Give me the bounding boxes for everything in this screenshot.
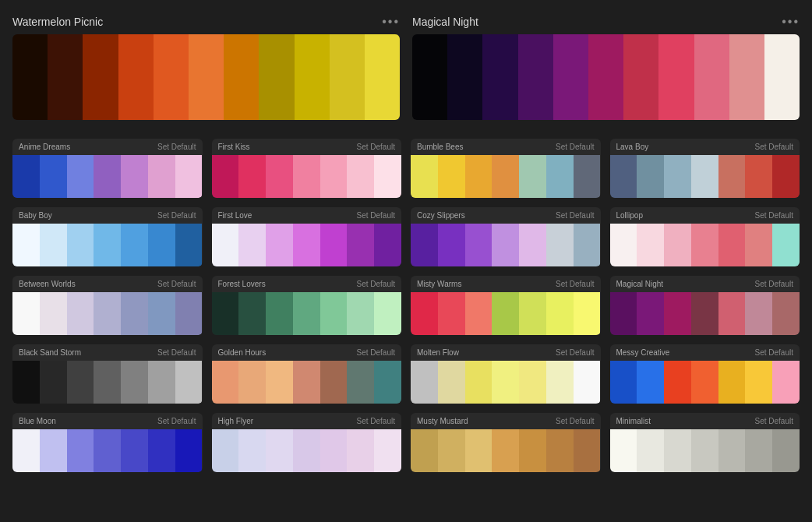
swatch-messy-creative-0[interactable] [610,361,637,404]
swatch-baby-boy-5[interactable] [148,224,175,266]
swatch-anime-dreams-1[interactable] [40,155,67,198]
swatch-misty-warms-5[interactable] [546,292,574,335]
swatch-anime-dreams-3[interactable] [94,155,121,198]
swatch-forest-lovers-2[interactable] [266,292,293,335]
swatch-lollipop-5[interactable] [745,224,772,266]
swatch-lava-boy-5[interactable] [745,155,772,198]
swatch-bumble-bees-0[interactable] [411,155,438,198]
swatch-blue-moon-4[interactable] [121,429,148,472]
swatch-molten-flow-4[interactable] [519,361,546,404]
swatch-magical-night-small-0[interactable] [610,292,637,335]
set-default-button-forest-lovers[interactable]: Set Default [357,280,395,288]
swatch-magical-night-small-1[interactable] [637,292,664,335]
set-default-button-first-love[interactable]: Set Default [357,211,395,220]
swatch-high-flyer-5[interactable] [347,429,374,472]
swatch-golden-hours-2[interactable] [266,361,293,404]
swatch-black-sand-storm-0[interactable] [12,361,40,404]
swatch-messy-creative-3[interactable] [691,361,718,404]
swatch-high-flyer-6[interactable] [374,429,401,472]
swatch-forest-lovers-1[interactable] [238,292,266,335]
swatch-watermelon-picnic-10[interactable] [365,34,400,120]
swatch-magical-night-small-6[interactable] [772,292,800,335]
swatch-golden-hours-5[interactable] [347,361,374,404]
swatch-high-flyer-0[interactable] [212,429,239,472]
swatch-forest-lovers-5[interactable] [347,292,374,335]
swatch-golden-hours-4[interactable] [320,361,348,404]
swatch-molten-flow-3[interactable] [492,361,519,404]
swatch-baby-boy-3[interactable] [94,224,121,266]
swatch-first-love-1[interactable] [238,224,266,266]
swatch-bumble-bees-2[interactable] [465,155,492,198]
swatch-first-love-3[interactable] [293,224,320,266]
swatch-misty-warms-1[interactable] [438,292,465,335]
swatch-watermelon-picnic-1[interactable] [48,34,83,120]
swatch-lollipop-2[interactable] [664,224,691,266]
swatch-lollipop-0[interactable] [610,224,637,266]
swatch-bumble-bees-5[interactable] [546,155,574,198]
swatch-first-love-4[interactable] [320,224,348,266]
swatch-first-love-5[interactable] [347,224,374,266]
swatch-magical-night-small-2[interactable] [664,292,691,335]
set-default-button-blue-moon[interactable]: Set Default [157,417,196,425]
swatch-musty-mustard-3[interactable] [492,429,519,472]
swatch-lava-boy-3[interactable] [691,155,718,198]
set-default-button-minimalist[interactable]: Set Default [755,417,793,425]
swatch-blue-moon-3[interactable] [94,429,121,472]
swatch-misty-warms-2[interactable] [465,292,492,335]
swatch-watermelon-picnic-2[interactable] [83,34,118,120]
swatch-molten-flow-1[interactable] [438,361,465,404]
swatch-messy-creative-2[interactable] [664,361,691,404]
swatch-cozy-slippers-3[interactable] [492,224,519,266]
set-default-button-molten-flow[interactable]: Set Default [556,348,594,357]
swatch-magical-night-0[interactable] [412,34,447,120]
set-default-button-black-sand-storm[interactable]: Set Default [157,348,196,357]
set-default-button-first-kiss[interactable]: Set Default [357,143,395,151]
set-default-button-golden-hours[interactable]: Set Default [357,348,395,357]
swatch-lava-boy-6[interactable] [772,155,800,198]
swatch-baby-boy-2[interactable] [67,224,94,266]
swatch-magical-night-7[interactable] [658,34,694,120]
swatch-blue-moon-2[interactable] [67,429,94,472]
swatch-messy-creative-4[interactable] [718,361,746,404]
swatch-high-flyer-4[interactable] [320,429,348,472]
swatch-golden-hours-0[interactable] [212,361,239,404]
set-default-button-bumble-bees[interactable]: Set Default [556,143,594,151]
swatch-magical-night-5[interactable] [588,34,623,120]
set-default-button-high-flyer[interactable]: Set Default [357,417,395,425]
swatch-blue-moon-6[interactable] [175,429,203,472]
swatch-watermelon-picnic-5[interactable] [189,34,224,120]
swatch-high-flyer-2[interactable] [266,429,293,472]
swatch-messy-creative-5[interactable] [745,361,772,404]
more-button-magical-night[interactable]: ••• [782,16,800,28]
swatch-watermelon-picnic-0[interactable] [12,34,48,120]
swatch-first-kiss-5[interactable] [347,155,374,198]
swatch-minimalist-5[interactable] [745,429,772,472]
swatch-minimalist-2[interactable] [664,429,691,472]
swatch-bumble-bees-1[interactable] [438,155,465,198]
swatch-black-sand-storm-1[interactable] [40,361,67,404]
swatch-golden-hours-6[interactable] [374,361,401,404]
swatch-musty-mustard-0[interactable] [411,429,438,472]
set-default-button-musty-mustard[interactable]: Set Default [556,417,594,425]
swatch-lava-boy-2[interactable] [664,155,691,198]
swatch-anime-dreams-4[interactable] [121,155,148,198]
swatch-first-kiss-1[interactable] [238,155,266,198]
swatch-lava-boy-4[interactable] [718,155,746,198]
swatch-between-worlds-3[interactable] [94,292,121,335]
swatch-forest-lovers-4[interactable] [320,292,348,335]
swatch-between-worlds-0[interactable] [12,292,40,335]
set-default-button-misty-warms[interactable]: Set Default [556,280,594,288]
swatch-anime-dreams-2[interactable] [67,155,94,198]
swatch-misty-warms-6[interactable] [574,292,601,335]
set-default-button-lava-boy[interactable]: Set Default [755,143,793,151]
swatch-blue-moon-0[interactable] [12,429,40,472]
swatch-between-worlds-1[interactable] [40,292,67,335]
swatch-anime-dreams-6[interactable] [175,155,203,198]
swatch-first-love-6[interactable] [374,224,401,266]
swatch-messy-creative-6[interactable] [772,361,800,404]
swatch-first-kiss-3[interactable] [293,155,320,198]
swatch-forest-lovers-3[interactable] [293,292,320,335]
swatch-minimalist-1[interactable] [637,429,664,472]
swatch-baby-boy-6[interactable] [175,224,203,266]
swatch-watermelon-picnic-8[interactable] [295,34,330,120]
